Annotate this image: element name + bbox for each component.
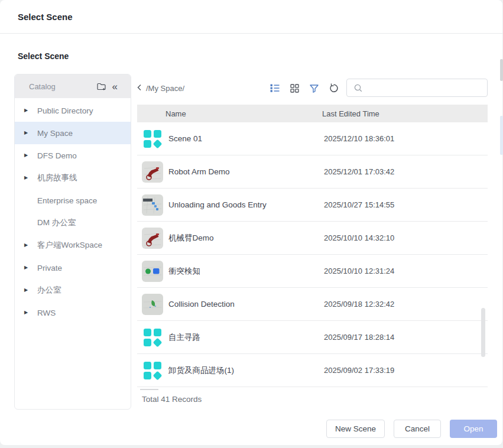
sidebar-tree-item[interactable]: ▶ 办公室 (15, 279, 131, 301)
window-scrollbar-segment (500, 116, 503, 155)
cancel-button[interactable]: Cancel (394, 420, 441, 438)
tree-item-label: RWS (37, 309, 56, 317)
catalog-label: Catalog (29, 82, 56, 91)
caret-right-icon[interactable]: ▶ (24, 176, 30, 180)
caret-right-icon[interactable]: ▶ (24, 108, 30, 113)
column-header-last-edited: Last Edited Time (322, 109, 379, 118)
scene-last-edited: 2025/10/27 15:14:55 (324, 200, 394, 209)
robot-arm-thumb-icon (142, 161, 163, 183)
caret-right-icon[interactable]: ▶ (24, 310, 30, 315)
tree-item-label: Enterprise space (37, 196, 97, 205)
brand-logo-icon (142, 128, 163, 150)
caret-right-icon[interactable]: ▶ (24, 265, 30, 270)
sidebar-tree-item[interactable]: ▶ My Space (15, 122, 131, 144)
sidebar-tree-item[interactable]: ▶ Enterprise space (15, 189, 131, 212)
sidebar-tree-item[interactable]: ▶ Private (15, 257, 131, 279)
caret-right-icon[interactable]: ▶ (24, 131, 30, 135)
caret-right-icon[interactable]: ▶ (24, 243, 30, 248)
search-box (346, 79, 488, 97)
table-row[interactable]: 机械臂Demo 2025/10/10 14:32:10 (137, 222, 488, 255)
table-row[interactable]: Collision Detection 2025/09/18 12:32:42 (137, 288, 488, 321)
leaf-thumb-icon (142, 294, 163, 315)
scene-last-edited: 2025/09/02 17:33:19 (324, 366, 394, 375)
tree-item-label: 机房故事线 (37, 173, 77, 183)
catalog-sidebar: Catalog « ▶ Public Directory (14, 74, 131, 410)
new-scene-button[interactable]: New Scene (326, 420, 385, 438)
tree-item-label: 客户端WorkSpace (37, 240, 102, 251)
sidebar-tree-item[interactable]: ▶ DM 办公室 (15, 212, 131, 234)
window-scrollbar-thumb[interactable] (500, 59, 503, 81)
refresh-icon[interactable] (329, 83, 339, 93)
table-row[interactable]: 卸货及商品进场(1) 2025/09/02 17:33:19 (137, 354, 488, 387)
table-row[interactable]: 衝突検知 2025/10/10 12:31:24 (137, 255, 488, 288)
tree-item-label: My Space (37, 129, 73, 138)
scene-name: Scene 01 (168, 134, 202, 143)
scene-name: Unloading and Goods Entry (168, 200, 267, 209)
open-button[interactable]: Open (450, 420, 497, 438)
caret-right-icon[interactable]: ▶ (24, 153, 30, 158)
sidebar-tree-item[interactable]: ▶ Public Directory (15, 99, 131, 122)
conveyor-thumb-icon (142, 194, 163, 216)
table-row[interactable]: Scene 01 2025/12/10 18:36:01 (137, 122, 488, 155)
table-header: Name Last Edited Time (137, 105, 488, 122)
scene-name: 机械臂Demo (168, 233, 214, 244)
scene-name: 衝突検知 (168, 266, 200, 277)
catalog-header: Catalog « (15, 74, 131, 98)
view-toolbar (270, 83, 339, 93)
search-icon (353, 83, 363, 93)
scene-last-edited: 2025/09/18 12:32:42 (324, 300, 394, 309)
section-title: Select Scene (18, 51, 69, 61)
sidebar-tree-item[interactable]: ▶ DFS Demo (15, 144, 131, 167)
scene-thumbnail (142, 228, 163, 249)
search-input[interactable] (363, 79, 487, 96)
tree-item-label: Public Directory (37, 106, 93, 115)
collapse-double-chevron-icon[interactable]: « (112, 82, 118, 92)
dialog-header: Select Scene (0, 0, 502, 34)
list-view-icon[interactable] (270, 83, 280, 93)
column-header-name: Name (165, 109, 186, 118)
scene-thumbnail (142, 161, 163, 183)
sidebar-tree-item[interactable]: ▶ 机房故事线 (15, 167, 131, 189)
caret-right-icon[interactable]: ▶ (24, 288, 30, 293)
scene-last-edited: 2025/12/01 17:03:42 (324, 167, 394, 176)
tree-item-label: 办公室 (37, 285, 61, 296)
scene-last-edited: 2025/09/17 18:28:14 (324, 333, 394, 342)
scene-name: 自主寻路 (168, 332, 200, 343)
scene-thumbnail (142, 194, 163, 216)
scene-last-edited: 2025/12/10 18:36:01 (324, 134, 394, 143)
scene-last-edited: 2025/10/10 14:32:10 (324, 233, 394, 242)
sidebar-tree-item[interactable]: ▶ 客户端WorkSpace (15, 234, 131, 257)
dialog-title: Select Scene (18, 12, 73, 22)
filter-icon[interactable] (309, 83, 319, 93)
scene-name: Robot Arm Demo (168, 167, 230, 176)
brand-logo-icon (142, 360, 163, 381)
chevron-left-icon[interactable] (136, 83, 143, 92)
scene-thumbnail (142, 360, 163, 381)
robot-arm-thumb-icon (142, 228, 163, 249)
select-scene-dialog: Select Scene Select Scene Catalog « (0, 0, 503, 445)
grid-view-icon[interactable] (290, 83, 300, 93)
scene-thumbnail (142, 294, 163, 315)
folder-plus-icon[interactable] (96, 82, 106, 92)
scene-thumbnail (142, 261, 163, 282)
table-row[interactable]: Unloading and Goods Entry 2025/10/27 15:… (137, 189, 488, 222)
catalog-tree: ▶ Public Directory ▶ My Space ▶ DFS Demo… (15, 98, 131, 324)
table-row[interactable]: Robot Arm Demo 2025/12/01 17:03:42 (137, 155, 488, 189)
scene-thumbnail (142, 128, 163, 150)
brand-logo-icon (142, 327, 163, 348)
scene-thumbnail (142, 327, 163, 348)
tree-item-label: Private (37, 264, 62, 272)
table-row[interactable]: 自主寻路 2025/09/17 18:28:14 (137, 321, 488, 354)
total-records: Total 41 Records (142, 395, 202, 404)
scene-list: Scene 01 2025/12/10 18:36:01 (137, 122, 488, 387)
sphere-box-thumb-icon (142, 261, 163, 282)
breadcrumb-path: /My Space/ (146, 84, 184, 93)
tree-item-label: DM 办公室 (37, 217, 76, 228)
table-scrollbar-thumb[interactable] (481, 308, 485, 357)
tree-item-label: DFS Demo (37, 151, 77, 160)
scene-name: 卸货及商品进场(1) (168, 365, 234, 376)
scene-last-edited: 2025/10/10 12:31:24 (324, 267, 394, 275)
sidebar-tree-item[interactable]: ▶ RWS (15, 301, 131, 324)
scene-name: Collision Detection (168, 300, 235, 309)
dialog-footer: New Scene Cancel Open (326, 420, 497, 438)
